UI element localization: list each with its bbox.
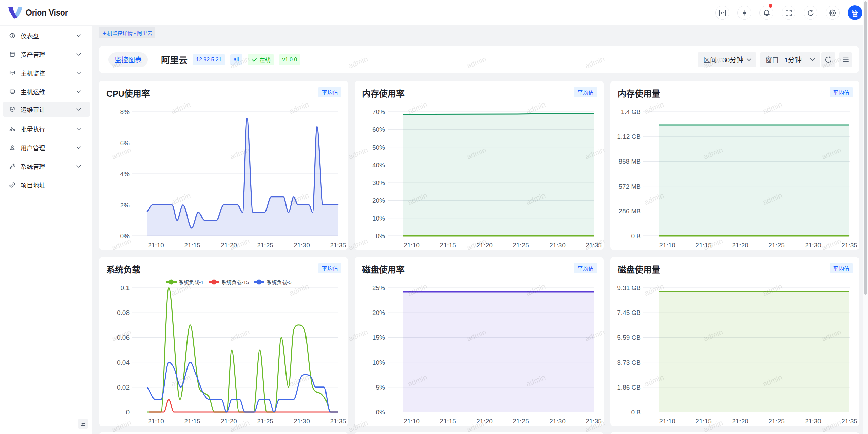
svg-text:21:15: 21:15 — [440, 418, 456, 425]
svg-text:1.86 GB: 1.86 GB — [617, 384, 641, 391]
svg-text:21:15: 21:15 — [184, 418, 200, 425]
svg-text:0.04: 0.04 — [117, 359, 130, 366]
svg-text:8%: 8% — [120, 108, 130, 115]
svg-text:0.06: 0.06 — [117, 334, 130, 341]
svg-text:21:10: 21:10 — [403, 418, 420, 425]
svg-text:25%: 25% — [372, 284, 385, 291]
svg-text:21:10: 21:10 — [148, 242, 164, 249]
svg-text:21:20: 21:20 — [221, 418, 237, 425]
svg-text:21:35: 21:35 — [330, 418, 346, 425]
svg-text:21:20: 21:20 — [732, 242, 748, 249]
svg-text:20%: 20% — [372, 309, 385, 316]
svg-text:30%: 30% — [372, 179, 385, 186]
svg-text:21:10: 21:10 — [659, 242, 675, 249]
svg-text:5%: 5% — [376, 384, 386, 391]
svg-text:21:35: 21:35 — [586, 418, 602, 425]
svg-text:21:15: 21:15 — [440, 242, 456, 249]
svg-text:21:10: 21:10 — [148, 418, 164, 425]
svg-text:21:30: 21:30 — [294, 418, 310, 425]
svg-text:21:15: 21:15 — [184, 242, 200, 249]
svg-text:0.02: 0.02 — [117, 384, 130, 391]
svg-text:21:25: 21:25 — [513, 418, 529, 425]
svg-text:21:25: 21:25 — [257, 242, 273, 249]
svg-text:21:35: 21:35 — [330, 242, 346, 249]
svg-text:0 B: 0 B — [631, 232, 641, 240]
svg-text:21:25: 21:25 — [768, 242, 785, 249]
svg-text:21:35: 21:35 — [841, 242, 857, 249]
svg-text:0%: 0% — [120, 232, 130, 240]
svg-text:70%: 70% — [372, 108, 385, 115]
svg-text:50%: 50% — [372, 144, 385, 151]
svg-text:1.12 GB: 1.12 GB — [617, 133, 641, 140]
svg-text:0%: 0% — [376, 409, 386, 416]
svg-text:21:10: 21:10 — [403, 242, 420, 249]
svg-text:0%: 0% — [376, 232, 386, 240]
svg-text:0: 0 — [126, 409, 130, 416]
svg-text:21:15: 21:15 — [695, 418, 712, 425]
svg-text:21:20: 21:20 — [476, 242, 493, 249]
svg-text:0.1: 0.1 — [121, 284, 130, 291]
svg-text:21:20: 21:20 — [732, 418, 748, 425]
svg-text:1.4 GB: 1.4 GB — [621, 108, 641, 115]
svg-text:21:35: 21:35 — [586, 242, 602, 249]
svg-text:6%: 6% — [120, 139, 130, 147]
svg-text:4%: 4% — [120, 170, 130, 177]
svg-text:21:25: 21:25 — [768, 418, 785, 425]
svg-text:21:25: 21:25 — [257, 418, 273, 425]
svg-text:10%: 10% — [372, 359, 385, 366]
svg-text:21:30: 21:30 — [805, 418, 821, 425]
svg-text:21:20: 21:20 — [476, 418, 493, 425]
svg-text:40%: 40% — [372, 162, 385, 169]
svg-text:572 MB: 572 MB — [619, 183, 641, 190]
svg-text:21:30: 21:30 — [549, 418, 566, 425]
svg-text:21:30: 21:30 — [294, 242, 310, 249]
svg-text:60%: 60% — [372, 126, 385, 133]
svg-text:21:10: 21:10 — [659, 418, 675, 425]
svg-text:858 MB: 858 MB — [619, 158, 641, 165]
svg-text:7.45 GB: 7.45 GB — [617, 309, 641, 316]
svg-text:21:20: 21:20 — [221, 242, 237, 249]
svg-text:21:35: 21:35 — [841, 418, 857, 425]
svg-text:21:30: 21:30 — [805, 242, 821, 249]
svg-text:0 B: 0 B — [631, 409, 641, 416]
svg-text:3.73 GB: 3.73 GB — [617, 359, 641, 366]
svg-text:5.59 GB: 5.59 GB — [617, 334, 641, 341]
svg-text:20%: 20% — [372, 197, 385, 204]
svg-text:21:30: 21:30 — [549, 242, 566, 249]
svg-text:9.31 GB: 9.31 GB — [617, 284, 641, 291]
svg-text:2%: 2% — [120, 202, 130, 209]
svg-text:10%: 10% — [372, 215, 385, 222]
svg-text:286 MB: 286 MB — [619, 208, 641, 215]
svg-text:21:25: 21:25 — [513, 242, 529, 249]
svg-text:0.08: 0.08 — [117, 309, 130, 316]
svg-text:15%: 15% — [372, 334, 385, 341]
svg-text:21:15: 21:15 — [695, 242, 712, 249]
